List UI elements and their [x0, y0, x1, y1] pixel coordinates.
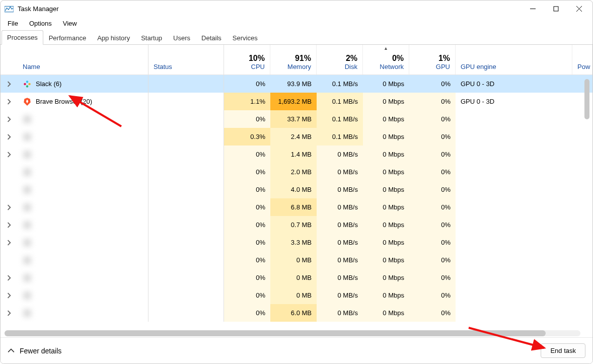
- column-header-disk[interactable]: 2%Disk: [317, 45, 363, 75]
- gpu-cell: 0%: [409, 110, 456, 128]
- expand-toggle[interactable]: [1, 145, 18, 163]
- column-header-status[interactable]: Status: [149, 45, 224, 75]
- table-row[interactable]: 0%4.0 MB0 MB/s0 Mbps0%: [1, 181, 592, 198]
- fewer-details-link[interactable]: Fewer details: [20, 347, 61, 355]
- network-cell: 0 Mbps: [363, 110, 409, 128]
- process-icon: [23, 185, 32, 194]
- chevron-right-icon: [6, 134, 12, 140]
- process-icon: [23, 273, 32, 282]
- tab-users[interactable]: Users: [168, 31, 196, 45]
- expand-toggle[interactable]: [1, 269, 18, 286]
- process-name-cell: [18, 286, 149, 304]
- end-task-button[interactable]: End task: [541, 343, 585, 358]
- power-cell: [572, 145, 592, 163]
- cpu-cell: 0.3%: [224, 128, 270, 145]
- table-body[interactable]: Slack (6)0%93.9 MB0.1 MB/s0 Mbps0%GPU 0 …: [1, 75, 592, 331]
- cpu-cell: 0%: [224, 251, 270, 269]
- cpu-cell: 0%: [224, 234, 270, 251]
- gpu-cell: 0%: [409, 251, 456, 269]
- column-header-name[interactable]: Name: [18, 45, 149, 75]
- disk-cell: 0 MB/s: [317, 216, 363, 234]
- chevron-right-icon: [6, 116, 12, 122]
- menu-options[interactable]: Options: [24, 18, 57, 29]
- column-header-power[interactable]: Pow: [572, 45, 592, 75]
- memory-cell: 93.9 MB: [270, 75, 317, 93]
- gpu-cell: 0%: [409, 286, 456, 304]
- chevron-right-icon: [6, 99, 12, 105]
- svg-rect-16: [24, 239, 31, 246]
- tab-details[interactable]: Details: [196, 31, 227, 45]
- vertical-scrollbar[interactable]: [584, 79, 589, 119]
- table-row[interactable]: 0%1.4 MB0 MB/s0 Mbps0%: [1, 145, 592, 163]
- table-row[interactable]: 0%2.0 MB0 MB/s0 Mbps0%: [1, 163, 592, 181]
- minimize-button[interactable]: [521, 1, 544, 17]
- horizontal-scrollbar-thumb[interactable]: [5, 330, 546, 336]
- maximize-button[interactable]: [544, 1, 567, 17]
- expand-toggle[interactable]: [1, 216, 18, 234]
- disk-cell: 0.1 MB/s: [317, 110, 363, 128]
- expand-toggle[interactable]: [1, 110, 18, 128]
- menu-view[interactable]: View: [58, 18, 82, 29]
- table-row[interactable]: 0%0 MB0 MB/s0 Mbps0%: [1, 269, 592, 286]
- horizontal-scrollbar[interactable]: [5, 330, 580, 336]
- menu-file[interactable]: File: [3, 18, 23, 29]
- network-cell: 0 Mbps: [363, 234, 409, 251]
- tab-processes[interactable]: Processes: [2, 30, 43, 45]
- svg-rect-8: [26, 85, 29, 88]
- table-row[interactable]: 0%6.0 MB0 MB/s0 Mbps0%: [1, 304, 592, 322]
- expand-toggle[interactable]: [1, 198, 18, 216]
- status-cell: [149, 304, 224, 322]
- disk-cell: 0 MB/s: [317, 304, 363, 322]
- memory-cell: 4.0 MB: [270, 181, 317, 198]
- table-row[interactable]: Brave Browser (20)1.1%1,693.2 MB0.1 MB/s…: [1, 93, 592, 110]
- column-header-gpu-engine[interactable]: GPU engine: [456, 45, 572, 75]
- process-table: Name Status 10%CPU 91%Memory 2%Disk ▲ 0%…: [1, 45, 592, 331]
- app-icon: [5, 4, 14, 13]
- tab-performance[interactable]: Performance: [43, 31, 92, 45]
- expand-toggle[interactable]: [1, 234, 18, 251]
- column-header-network[interactable]: ▲ 0%Network: [363, 45, 409, 75]
- table-row[interactable]: 0.3%2.4 MB0.1 MB/s0 Mbps0%: [1, 128, 592, 145]
- expand-toggle[interactable]: [1, 75, 18, 93]
- memory-cell: 1.4 MB: [270, 145, 317, 163]
- table-row[interactable]: Slack (6)0%93.9 MB0.1 MB/s0 Mbps0%GPU 0 …: [1, 75, 592, 93]
- window-titlebar: Task Manager: [1, 1, 592, 17]
- gpu-engine-cell: [456, 251, 572, 269]
- expand-toggle[interactable]: [1, 93, 18, 110]
- power-cell: [572, 304, 592, 322]
- disk-cell: 0 MB/s: [317, 234, 363, 251]
- status-cell: [149, 163, 224, 181]
- process-icon: [23, 168, 32, 177]
- expand-toggle[interactable]: [1, 128, 18, 145]
- expand-toggle[interactable]: [1, 304, 18, 322]
- svg-rect-7: [28, 83, 31, 85]
- table-row[interactable]: 0%0 MB0 MB/s0 Mbps0%: [1, 286, 592, 304]
- power-cell: [572, 251, 592, 269]
- table-row[interactable]: 0%6.8 MB0 MB/s0 Mbps0%: [1, 198, 592, 216]
- status-cell: [149, 269, 224, 286]
- svg-rect-15: [24, 222, 31, 229]
- disk-cell: 0 MB/s: [317, 181, 363, 198]
- table-row[interactable]: 0%0 MB0 MB/s0 Mbps0%: [1, 251, 592, 269]
- tab-services[interactable]: Services: [227, 31, 263, 45]
- gpu-engine-cell: [456, 216, 572, 234]
- window-title: Task Manager: [18, 5, 59, 13]
- memory-cell: 0 MB: [270, 251, 317, 269]
- status-cell: [149, 251, 224, 269]
- column-header-cpu[interactable]: 10%CPU: [224, 45, 270, 75]
- gpu-engine-cell: [456, 163, 572, 181]
- table-row[interactable]: 0%0.7 MB0 MB/s0 Mbps0%: [1, 216, 592, 234]
- close-button[interactable]: [567, 1, 590, 17]
- table-row[interactable]: 0%33.7 MB0.1 MB/s0 Mbps0%: [1, 110, 592, 128]
- tab-app-history[interactable]: App history: [92, 31, 135, 45]
- expand-toggle[interactable]: [1, 286, 18, 304]
- tab-startup[interactable]: Startup: [135, 31, 168, 45]
- column-header-gpu[interactable]: 1%GPU: [409, 45, 456, 75]
- chevron-up-icon[interactable]: [8, 347, 15, 354]
- process-icon: [23, 291, 32, 300]
- cpu-cell: 0%: [224, 198, 270, 216]
- status-cell: [149, 93, 224, 110]
- process-icon: [23, 132, 32, 141]
- column-header-memory[interactable]: 91%Memory: [270, 45, 317, 75]
- table-row[interactable]: 0%3.3 MB0 MB/s0 Mbps0%: [1, 234, 592, 251]
